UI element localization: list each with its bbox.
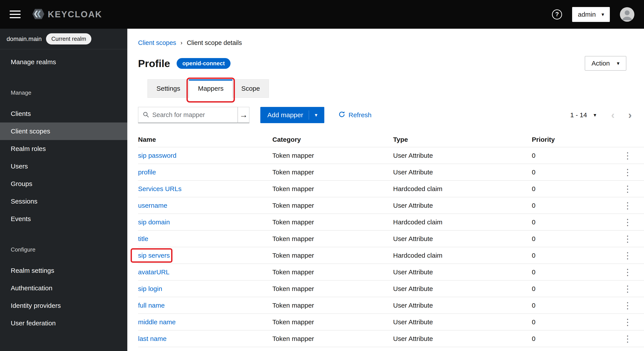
help-icon[interactable]: ?: [552, 10, 562, 20]
mapper-link-sip-servers[interactable]: sip servers: [138, 252, 170, 259]
sidebar-item-realm-roles[interactable]: Realm roles: [0, 140, 127, 158]
search-input[interactable]: [152, 111, 235, 118]
search-submit-button[interactable]: →: [238, 107, 249, 123]
brand-text: KEYCLOAK: [48, 10, 102, 19]
user-menu-dropdown[interactable]: admin ▾: [572, 7, 610, 22]
pagination-next-icon[interactable]: ›: [628, 110, 632, 120]
table-row: middle name Token mapper User Attribute …: [138, 314, 644, 330]
action-dropdown-button[interactable]: Action ▾: [585, 56, 626, 70]
chevron-down-icon: ▾: [602, 12, 604, 17]
table-row: avatarURL Token mapper User Attribute 0 …: [138, 264, 644, 280]
table-row: profile Token mapper User Attribute 0 ⋮: [138, 164, 644, 180]
sidebar-item-user-federation[interactable]: User federation: [0, 314, 127, 332]
sidebar-item-events[interactable]: Events: [0, 210, 127, 228]
protocol-badge: openid-connect: [176, 58, 230, 69]
avatar[interactable]: [620, 7, 634, 22]
pagination-range: 1 - 14: [570, 111, 587, 119]
tab-scope[interactable]: Scope: [232, 79, 269, 98]
chevron-down-icon: ▾: [617, 61, 620, 66]
kebab-menu-icon[interactable]: ⋮: [611, 168, 644, 176]
sidebar-item-manage-realms[interactable]: Manage realms: [0, 53, 127, 71]
add-mapper-button[interactable]: Add mapper ▾: [260, 107, 324, 123]
tab-bar: Settings Mappers Scope: [148, 79, 644, 98]
breadcrumb-separator-icon: ›: [180, 40, 182, 46]
breadcrumb-client-scopes-link[interactable]: Client scopes: [138, 39, 176, 46]
kebab-menu-icon[interactable]: ⋮: [611, 284, 644, 293]
realm-selector[interactable]: domain.main Current realm: [0, 29, 127, 49]
sidebar-item-users[interactable]: Users: [0, 158, 127, 175]
column-header-priority: Priority: [532, 136, 611, 143]
hamburger-menu-icon[interactable]: [10, 10, 20, 18]
sidebar-group-manage: Manage: [0, 89, 127, 96]
mapper-link[interactable]: avatarURL: [138, 268, 170, 276]
pagination-dropdown-icon[interactable]: ▾: [594, 112, 596, 118]
refresh-icon: [338, 111, 345, 120]
table-row: last name Token mapper User Attribute 0 …: [138, 330, 644, 347]
table-row: Services URLs Token mapper Hardcoded cla…: [138, 180, 644, 197]
kebab-menu-icon[interactable]: ⋮: [611, 251, 644, 260]
keycloak-logo: KEYCLOAK: [32, 7, 102, 22]
kebab-menu-icon[interactable]: ⋮: [611, 201, 644, 210]
search-icon: [143, 111, 149, 119]
kebab-menu-icon[interactable]: ⋮: [611, 268, 644, 276]
table-toolbar: → Add mapper ▾ Refresh 1 - 14 ▾: [138, 107, 632, 123]
sidebar-item-sessions[interactable]: Sessions: [0, 192, 127, 210]
table-header: Name Category Type Priority: [138, 132, 644, 147]
mappers-table: Name Category Type Priority sip password…: [138, 132, 644, 347]
mapper-link[interactable]: sip login: [138, 285, 162, 292]
table-row: sip password Token mapper User Attribute…: [138, 147, 644, 164]
mapper-link[interactable]: username: [138, 202, 167, 209]
table-row: username Token mapper User Attribute 0 ⋮: [138, 197, 644, 214]
tab-mappers[interactable]: Mappers: [189, 79, 232, 98]
kebab-menu-icon[interactable]: ⋮: [611, 318, 644, 326]
kebab-menu-icon[interactable]: ⋮: [611, 218, 644, 226]
breadcrumb: Client scopes › Client scope details: [138, 39, 644, 46]
table-row: sip domain Token mapper Hardcoded claim …: [138, 214, 644, 230]
search-box: [138, 107, 238, 123]
button-divider: [309, 110, 309, 120]
chevron-down-icon: ▾: [315, 112, 317, 118]
sidebar-group-configure: Configure: [0, 246, 127, 253]
sidebar-item-groups[interactable]: Groups: [0, 175, 127, 192]
table-row: title Token mapper User Attribute 0 ⋮: [138, 230, 644, 247]
table-row: sip login Token mapper User Attribute 0 …: [138, 280, 644, 297]
kebab-menu-icon[interactable]: ⋮: [611, 301, 644, 310]
mapper-link[interactable]: middle name: [138, 318, 176, 326]
kebab-menu-icon[interactable]: ⋮: [611, 334, 644, 343]
breadcrumb-current: Client scope details: [187, 39, 242, 46]
column-header-name: Name: [138, 136, 272, 143]
mapper-link[interactable]: profile: [138, 168, 156, 176]
sidebar-item-clients[interactable]: Clients: [0, 105, 127, 122]
pagination-prev-icon[interactable]: ‹: [611, 110, 615, 120]
kebab-menu-icon[interactable]: ⋮: [611, 234, 644, 243]
realm-name: domain.main: [6, 36, 42, 42]
mapper-link[interactable]: Services URLs: [138, 185, 182, 192]
current-realm-badge: Current realm: [46, 33, 91, 44]
keycloak-logo-icon: [32, 7, 45, 22]
sidebar-item-authentication[interactable]: Authentication: [0, 279, 127, 297]
mapper-link[interactable]: sip password: [138, 152, 176, 159]
sidebar-item-realm-settings[interactable]: Realm settings: [0, 262, 127, 279]
tab-settings[interactable]: Settings: [148, 79, 189, 98]
mapper-link[interactable]: full name: [138, 302, 165, 309]
sidebar: domain.main Current realm Manage realms …: [0, 29, 127, 351]
page-title: Profile: [138, 58, 170, 70]
table-row-sip-servers: sip servers Token mapper Hardcoded claim…: [138, 247, 644, 264]
mapper-link[interactable]: last name: [138, 335, 166, 342]
column-header-type: Type: [393, 136, 532, 143]
mapper-link[interactable]: sip domain: [138, 218, 170, 226]
masthead: KEYCLOAK ? admin ▾: [0, 0, 644, 29]
column-header-category: Category: [272, 136, 393, 143]
user-menu-label: admin: [578, 11, 596, 18]
sidebar-item-client-scopes[interactable]: Client scopes: [0, 122, 127, 140]
refresh-button[interactable]: Refresh: [338, 111, 372, 120]
arrow-right-icon: →: [240, 110, 248, 120]
sidebar-item-identity-providers[interactable]: Identity providers: [0, 297, 127, 314]
main-content: Client scopes › Client scope details Pro…: [127, 29, 644, 351]
table-row: full name Token mapper User Attribute 0 …: [138, 297, 644, 314]
pagination: 1 - 14 ▾ ‹ ›: [570, 110, 632, 120]
mapper-link[interactable]: title: [138, 235, 148, 242]
kebab-menu-icon[interactable]: ⋮: [611, 184, 644, 193]
kebab-menu-icon[interactable]: ⋮: [611, 151, 644, 160]
